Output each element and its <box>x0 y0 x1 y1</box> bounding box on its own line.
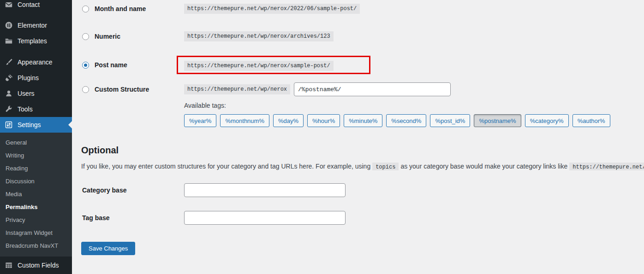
plug-icon <box>4 73 13 82</box>
tag-base-input[interactable] <box>184 211 346 225</box>
sidebar-item-users[interactable]: Users <box>0 86 72 101</box>
settings-submenu: General Writing Reading Discussion Media… <box>0 133 72 257</box>
sidebar-item-contact[interactable]: Contact <box>0 0 72 12</box>
folder-icon <box>4 36 13 46</box>
permalink-settings-content: Month and name https://themepure.net/wp/… <box>72 0 644 274</box>
red-annotation-box: https://themepure.net/wp/nerox/sample-po… <box>177 56 370 74</box>
tag-button-post-id[interactable]: %post_id% <box>430 114 470 127</box>
tag-base-row: Tag base <box>81 211 644 225</box>
optional-section-heading: Optional <box>81 145 644 156</box>
example-url-numeric: https://themepure.net/wp/nerox/archives/… <box>184 31 334 41</box>
custom-structure-input[interactable] <box>294 82 451 96</box>
option-label-wrap: Numeric <box>81 33 184 40</box>
custom-structure-radio[interactable] <box>82 86 89 93</box>
submenu-item-writing[interactable]: Writing <box>0 149 72 162</box>
submenu-item-reading[interactable]: Reading <box>0 162 72 175</box>
option-label-wrap: Month and name <box>81 5 184 12</box>
option-label[interactable]: Post name <box>95 61 127 69</box>
sidebar-item-plugins[interactable]: Plugins <box>0 70 72 86</box>
elementor-icon <box>4 21 13 30</box>
sidebar-item-label: Settings <box>18 121 41 128</box>
option-label[interactable]: Numeric <box>95 33 120 40</box>
option-label-wrap: Custom Structure <box>81 86 184 93</box>
paintbrush-icon <box>4 58 13 67</box>
description-text: as your category base would make your ca… <box>400 163 567 170</box>
mail-icon <box>4 0 13 9</box>
admin-menu: Contact Elementor Templates Appearance <box>0 0 72 133</box>
tag-button-category[interactable]: %category% <box>525 114 569 127</box>
post-name-radio[interactable] <box>82 62 89 69</box>
available-tags-label: Available tags: <box>184 102 644 109</box>
menu-separator <box>0 12 72 17</box>
description-text: If you like, you may enter custom struct… <box>81 163 370 170</box>
submenu-item-breadcrumb-navxt[interactable]: Breadcrumb NavXT <box>0 239 72 252</box>
sidebar-item-label: Custom Fields <box>18 262 59 269</box>
save-changes-button[interactable]: Save Changes <box>81 242 135 255</box>
permalink-option-custom-structure: Custom Structure https://themepure.net/w… <box>81 82 644 96</box>
submenu-item-media[interactable]: Media <box>0 187 72 200</box>
submenu-item-permalinks[interactable]: Permalinks <box>0 200 72 213</box>
option-label[interactable]: Custom Structure <box>95 86 149 93</box>
submenu-item-privacy[interactable]: Privacy <box>0 213 72 226</box>
tag-button-day[interactable]: %day% <box>273 114 304 127</box>
menu-separator <box>0 49 72 54</box>
category-base-label: Category base <box>81 187 184 194</box>
sidebar-item-label: Tools <box>18 105 33 113</box>
permalink-option-post-name: Post name https://themepure.net/wp/nerox… <box>81 56 644 74</box>
sidebar-item-settings[interactable]: Settings <box>0 117 72 133</box>
table-icon <box>4 261 13 270</box>
sidebar-item-label: Elementor <box>18 22 47 29</box>
sidebar-item-label: Appearance <box>18 58 53 66</box>
submenu-item-discussion[interactable]: Discussion <box>0 175 72 187</box>
option-label[interactable]: Month and name <box>95 5 146 12</box>
admin-menu-bottom: Custom Fields <box>0 257 72 274</box>
sidebar-item-templates[interactable]: Templates <box>0 33 72 49</box>
sidebar-item-label: Plugins <box>18 74 39 82</box>
sidebar-item-custom-fields[interactable]: Custom Fields <box>0 257 72 274</box>
tag-button-monthnum[interactable]: %monthnum% <box>220 114 269 127</box>
tag-button-year[interactable]: %year% <box>184 114 216 127</box>
numeric-radio[interactable] <box>82 33 89 40</box>
tag-button-minute[interactable]: %minute% <box>344 114 382 127</box>
category-base-row: Category base <box>81 183 644 197</box>
permalink-option-month-and-name: Month and name https://themepure.net/wp/… <box>81 4 644 14</box>
option-label-wrap: Post name <box>81 61 184 69</box>
optional-section-description: If you like, you may enter custom struct… <box>81 163 644 170</box>
sidebar-item-label: Templates <box>18 37 47 45</box>
tag-button-hour[interactable]: %hour% <box>307 114 340 127</box>
admin-sidebar: Contact Elementor Templates Appearance <box>0 0 72 274</box>
sidebar-item-label: Contact <box>18 1 40 8</box>
sidebar-item-elementor[interactable]: Elementor <box>0 17 72 33</box>
tag-button-author[interactable]: %author% <box>572 114 610 127</box>
tag-button-postname[interactable]: %postname% <box>474 114 521 127</box>
sidebar-item-label: Users <box>18 90 35 97</box>
month-and-name-radio[interactable] <box>82 6 89 12</box>
description-code-topics: topics <box>372 163 399 170</box>
sidebar-item-appearance[interactable]: Appearance <box>0 54 72 70</box>
available-tags-row: %year% %monthnum% %day% %hour% %minute% … <box>184 114 644 127</box>
user-icon <box>4 89 13 98</box>
submenu-item-general[interactable]: General <box>0 136 72 149</box>
tag-button-second[interactable]: %second% <box>386 114 426 127</box>
example-url-post-name: https://themepure.net/wp/nerox/sample-po… <box>184 61 334 71</box>
permalink-option-numeric: Numeric https://themepure.net/wp/nerox/a… <box>81 31 644 41</box>
category-base-input[interactable] <box>184 183 346 197</box>
wrench-icon <box>4 105 13 114</box>
sliders-icon <box>4 120 13 129</box>
custom-structure-url-prefix: https://themepure.net/wp/nerox <box>184 84 290 94</box>
description-code-example-url: https://themepure.net/wp/nerox/topics/un… <box>569 163 644 170</box>
tag-base-label: Tag base <box>81 214 184 222</box>
example-url-month-and-name: https://themepure.net/wp/nerox/2022/06/s… <box>184 4 360 14</box>
sidebar-item-tools[interactable]: Tools <box>0 101 72 117</box>
submenu-item-instagram-widget[interactable]: Instagram Widget <box>0 226 72 239</box>
